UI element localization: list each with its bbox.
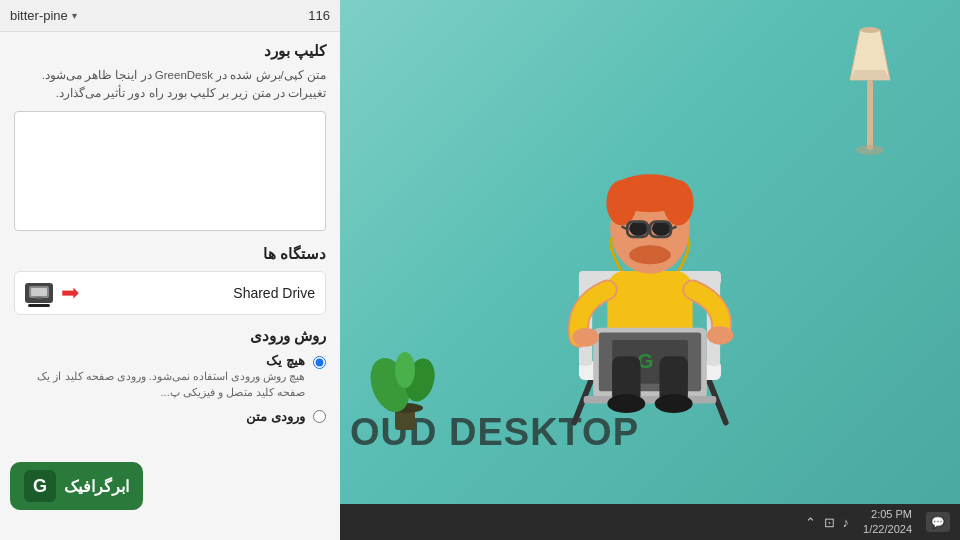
radio-none-input[interactable]: [313, 356, 326, 369]
arrow-right-icon: ➡: [61, 280, 79, 306]
taskbar-sound-icon: ♪: [843, 515, 850, 530]
svg-rect-1: [31, 288, 47, 296]
svg-point-25: [663, 180, 693, 225]
radio-none-description: هیچ روش ورودی استفاده نمی‌شود. ورودی صفح…: [14, 368, 305, 401]
svg-rect-37: [584, 396, 717, 404]
left-panel: bitter-pine ▾ 116 کلیپ بورد متن کپی/برش …: [0, 0, 340, 540]
logo-g-icon: G: [24, 470, 56, 502]
svg-marker-6: [850, 70, 890, 80]
clipboard-description: متن کپی/برش شده در GreenDesk در اینجا ظا…: [14, 66, 326, 103]
svg-point-12: [395, 352, 415, 388]
svg-point-38: [572, 328, 599, 347]
devices-section-title: دستگاه ها: [14, 245, 326, 263]
radio-text-input[interactable]: [313, 410, 326, 423]
radio-option-none: هیچ یک هیچ روش ورودی استفاده نمی‌شود. ور…: [14, 353, 326, 401]
taskbar-up-icon: ⌃: [805, 515, 816, 530]
svg-rect-3: [867, 80, 873, 150]
lamp-decoration: [840, 20, 900, 164]
radio-option-text: ورودی متن: [14, 409, 326, 424]
app-name-button[interactable]: bitter-pine ▾: [10, 8, 77, 23]
page-number: 116: [308, 8, 330, 23]
clipboard-textarea[interactable]: [14, 111, 326, 231]
radio-none-main-label: هیچ یک: [14, 353, 305, 368]
device-item[interactable]: ➡ Shared Drive: [14, 271, 326, 315]
app-name-label: bitter-pine: [10, 8, 68, 23]
plant-decoration: [370, 340, 440, 444]
svg-rect-2: [36, 297, 42, 299]
hero-image-area: OUD DESKTOP: [340, 0, 960, 504]
chevron-down-icon: ▾: [72, 10, 77, 21]
svg-point-7: [860, 27, 880, 33]
taskbar-notification[interactable]: 💬: [926, 512, 950, 532]
svg-point-42: [607, 394, 645, 413]
taskbar: ⌃ ⊡ ♪ 2:05 PM 1/22/2024 💬: [340, 504, 960, 540]
svg-point-4: [856, 145, 884, 155]
radio-text-main-label: ورودی متن: [246, 409, 305, 424]
svg-point-39: [707, 326, 734, 345]
drive-icon: [25, 283, 53, 303]
logo-box: G ابرگرافیک: [10, 462, 143, 510]
device-name-label: Shared Drive: [87, 285, 315, 301]
radio-none-label-group: هیچ یک هیچ روش ورودی استفاده نمی‌شود. ور…: [14, 353, 305, 401]
clipboard-section-title: کلیپ بورد: [14, 42, 326, 60]
taskbar-time: 2:05 PM 1/22/2024: [863, 507, 912, 538]
svg-point-24: [606, 180, 636, 225]
hero-background: OUD DESKTOP: [340, 0, 960, 504]
taskbar-icons: ⌃ ⊡ ♪: [805, 515, 850, 530]
taskbar-monitor-icon: ⊡: [824, 515, 835, 530]
svg-point-32: [629, 245, 671, 264]
logo-text: ابرگرافیک: [64, 477, 129, 496]
svg-point-43: [655, 394, 693, 413]
right-panel: OUD DESKTOP: [340, 0, 960, 540]
header-bar: bitter-pine ▾ 116: [0, 0, 340, 32]
input-method-title: روش ورودی: [14, 327, 326, 345]
character-illustration: G: [490, 72, 810, 432]
